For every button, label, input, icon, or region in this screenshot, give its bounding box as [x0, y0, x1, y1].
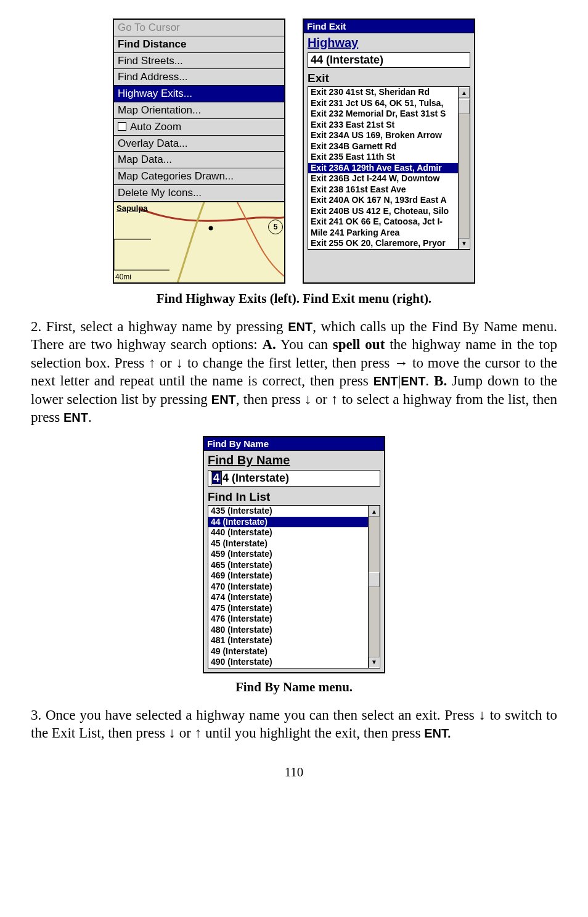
list-item[interactable]: 480 (Interstate) — [208, 625, 368, 636]
menu-item[interactable]: Overlay Data... — [114, 135, 284, 152]
map-scale-label: 40mi — [115, 273, 131, 281]
menu-item[interactable]: Go To Cursor — [114, 20, 284, 36]
list-item[interactable]: 476 (Interstate) — [208, 614, 368, 625]
page-number: 110 — [31, 765, 557, 780]
list-item[interactable]: 490 (Interstate) — [208, 657, 368, 668]
step-2-paragraph: 2. First, select a highway name by press… — [31, 318, 557, 427]
list-item[interactable]: Exit 255 OK 20, Claremore, Pryor — [308, 238, 458, 249]
list-item[interactable]: 474 (Interstate) — [208, 592, 368, 603]
menu-item[interactable]: Auto Zoom — [114, 118, 284, 135]
menu-item[interactable]: Map Orientation... — [114, 102, 284, 118]
menu-item[interactable]: Find Streets... — [114, 52, 284, 69]
triangle-up-icon: ▲ — [371, 508, 377, 515]
scroll-track[interactable] — [459, 98, 470, 238]
list-item[interactable]: 440 (Interstate) — [208, 527, 368, 538]
menu-item[interactable]: Find Distance — [114, 36, 284, 52]
scroll-down-button[interactable]: ▼ — [459, 238, 470, 249]
exit-listbox[interactable]: Exit 230 41st St, Sheridan RdExit 231 Jc… — [308, 86, 470, 250]
find-by-name-panel: Find By Name Find By Name 44 (Interstate… — [203, 436, 385, 673]
scroll-up-button[interactable]: ▲ — [369, 506, 380, 517]
list-item[interactable]: Exit 234A US 169, Broken Arrow — [308, 130, 458, 141]
map-marker-5: 5 — [268, 220, 283, 234]
list-item[interactable]: Exit 234B Garnett Rd — [308, 141, 458, 152]
find-by-name-title: Find By Name — [204, 437, 384, 451]
list-item[interactable]: 44 (Interstate) — [208, 517, 368, 528]
map-label-sapulpa: Sapulpa — [116, 204, 148, 213]
exit-header: Exit — [304, 70, 474, 85]
find-exit-panel: Find Exit Highway 44 (Interstate) Exit E… — [303, 19, 475, 284]
menu-item[interactable]: Find Address... — [114, 68, 284, 85]
list-item[interactable]: 465 (Interstate) — [208, 560, 368, 571]
list-item[interactable]: 475 (Interstate) — [208, 603, 368, 614]
name-input[interactable]: 44 (Interstate) — [208, 470, 380, 487]
list-item[interactable]: Exit 241 OK 66 E, Catoosa, Jct I- — [308, 216, 458, 228]
list-item[interactable]: Exit 235 East 11th St — [308, 152, 458, 163]
scroll-up-button[interactable]: ▲ — [459, 87, 470, 98]
scroll-track[interactable] — [369, 517, 380, 657]
highway-value-box[interactable]: 44 (Interstate) — [308, 52, 470, 68]
list-item[interactable]: 481 (Interstate) — [208, 635, 368, 646]
list-item[interactable]: 470 (Interstate) — [208, 582, 368, 593]
menu-item[interactable]: Map Categories Drawn... — [114, 168, 284, 184]
list-item[interactable]: 435 (Interstate) — [208, 506, 368, 517]
figure1-caption: Find Highway Exits (left). Find Exit men… — [31, 291, 557, 306]
find-exit-title: Find Exit — [304, 20, 474, 33]
list-item[interactable]: Exit 240A OK 167 N, 193rd East A — [308, 195, 458, 206]
figure-1: Go To CursorFind DistanceFind Streets...… — [31, 19, 557, 284]
list-item[interactable]: 469 (Interstate) — [208, 570, 368, 582]
list-item[interactable]: Exit 232 Memorial Dr, East 31st S — [308, 109, 458, 120]
menu-item[interactable]: Highway Exits... — [114, 85, 284, 102]
highway-listbox[interactable]: 435 (Interstate)44 (Interstate)440 (Inte… — [208, 505, 380, 668]
list-item[interactable]: Exit 238 161st East Ave — [308, 184, 458, 195]
menu-item[interactable]: Map Data... — [114, 151, 284, 168]
list-item[interactable]: Exit 236B Jct I-244 W, Downtow — [308, 173, 458, 184]
find-in-list-header: Find In List — [204, 489, 384, 504]
scroll-down-button[interactable]: ▼ — [369, 657, 380, 668]
list-item[interactable]: Exit 240B US 412 E, Choteau, Silo — [308, 206, 458, 217]
highway-scrollbar[interactable]: ▲ ▼ — [368, 506, 380, 668]
list-item[interactable]: 459 (Interstate) — [208, 549, 368, 560]
menu-item[interactable]: Delete My Icons... — [114, 184, 284, 201]
triangle-down-icon: ▼ — [461, 240, 467, 247]
highway-header: Highway — [304, 33, 474, 50]
find-by-name-header: Find By Name — [204, 451, 384, 467]
scroll-thumb[interactable] — [459, 99, 470, 114]
scroll-thumb[interactable] — [369, 572, 380, 587]
triangle-up-icon: ▲ — [461, 89, 467, 96]
figure2-caption: Find By Name menu. — [31, 680, 557, 695]
list-item[interactable]: Exit 231 Jct US 64, OK 51, Tulsa, — [308, 98, 458, 109]
svg-point-1 — [209, 226, 213, 230]
list-item[interactable]: 45 (Interstate) — [208, 538, 368, 549]
list-item[interactable]: Exit 236A 129th Ave East, Admir — [308, 163, 458, 174]
map-thumbnail: Sapulpa 40mi 5 — [114, 201, 284, 282]
exit-scrollbar[interactable]: ▲ ▼ — [458, 87, 470, 249]
list-item[interactable]: Exit 233 East 21st St — [308, 120, 458, 131]
step-3-paragraph: 3. Once you have selected a highway name… — [31, 706, 557, 742]
list-item[interactable]: Exit 230 41st St, Sheridan Rd — [308, 87, 458, 98]
list-item[interactable]: 49 (Interstate) — [208, 646, 368, 657]
triangle-down-icon: ▼ — [371, 659, 377, 665]
map-menu-list: Go To CursorFind DistanceFind Streets...… — [114, 20, 284, 201]
list-item[interactable]: Mile 241 Parking Area — [308, 228, 458, 239]
menu-panel: Go To CursorFind DistanceFind Streets...… — [113, 19, 285, 284]
